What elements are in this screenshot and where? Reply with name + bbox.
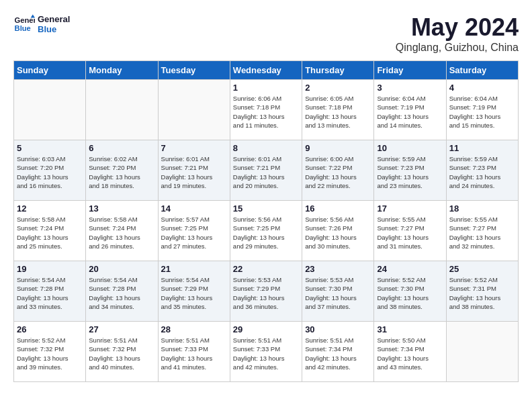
cell-info: Sunrise: 5:52 AM Sunset: 7:31 PM Dayligh… [449,275,515,311]
cell-info: Sunrise: 6:02 AM Sunset: 7:20 PM Dayligh… [89,154,154,190]
day-header-saturday: Saturday [446,61,518,80]
calendar-cell: 24Sunrise: 5:52 AM Sunset: 7:30 PM Dayli… [374,261,446,322]
page-header: General Blue General Blue May 2024 Qingl… [13,13,519,54]
cell-info: Sunrise: 5:59 AM Sunset: 7:23 PM Dayligh… [377,154,443,190]
calendar-cell: 10Sunrise: 5:59 AM Sunset: 7:23 PM Dayli… [374,140,446,201]
cell-date: 28 [161,324,227,334]
cell-date: 31 [377,324,443,334]
cell-date: 27 [89,324,154,334]
cell-date: 30 [305,324,371,334]
cell-info: Sunrise: 5:57 AM Sunset: 7:25 PM Dayligh… [161,215,227,250]
calendar-cell: 7Sunrise: 6:01 AM Sunset: 7:21 PM Daylig… [158,140,230,201]
cell-date: 4 [449,83,515,93]
calendar-cell: 21Sunrise: 5:54 AM Sunset: 7:29 PM Dayli… [158,261,230,322]
cell-date: 5 [17,143,83,153]
cell-info: Sunrise: 5:58 AM Sunset: 7:24 PM Dayligh… [89,215,154,250]
calendar-cell: 26Sunrise: 5:52 AM Sunset: 7:32 PM Dayli… [14,322,86,382]
calendar-cell [86,80,158,140]
calendar-cell: 4Sunrise: 6:04 AM Sunset: 7:19 PM Daylig… [446,80,518,140]
cell-info: Sunrise: 5:54 AM Sunset: 7:28 PM Dayligh… [17,275,83,311]
cell-info: Sunrise: 5:56 AM Sunset: 7:25 PM Dayligh… [233,215,299,250]
calendar-cell: 15Sunrise: 5:56 AM Sunset: 7:25 PM Dayli… [230,201,302,261]
cell-date: 3 [377,83,443,93]
svg-text:Blue: Blue [15,24,31,32]
calendar-cell: 20Sunrise: 5:54 AM Sunset: 7:28 PM Dayli… [86,261,158,322]
cell-date: 9 [305,143,371,153]
cell-info: Sunrise: 6:01 AM Sunset: 7:21 PM Dayligh… [233,154,299,190]
cell-info: Sunrise: 6:00 AM Sunset: 7:22 PM Dayligh… [305,154,371,190]
calendar-cell [446,322,518,382]
cell-info: Sunrise: 5:58 AM Sunset: 7:24 PM Dayligh… [17,215,83,250]
cell-date: 25 [449,264,515,274]
calendar-cell: 2Sunrise: 6:05 AM Sunset: 7:18 PM Daylig… [302,80,374,140]
cell-info: Sunrise: 6:04 AM Sunset: 7:19 PM Dayligh… [377,94,443,130]
calendar-cell: 11Sunrise: 5:59 AM Sunset: 7:23 PM Dayli… [446,140,518,201]
calendar-cell: 19Sunrise: 5:54 AM Sunset: 7:28 PM Dayli… [14,261,86,322]
cell-info: Sunrise: 5:54 AM Sunset: 7:29 PM Dayligh… [161,275,227,311]
cell-date: 16 [305,203,371,214]
cell-date: 1 [233,83,299,93]
cell-date: 23 [305,264,371,274]
cell-date: 12 [17,203,83,214]
calendar-cell: 13Sunrise: 5:58 AM Sunset: 7:24 PM Dayli… [86,201,158,261]
month-title: May 2024 [396,13,519,42]
cell-date: 6 [89,143,154,153]
logo: General Blue General Blue [13,13,70,35]
day-header-tuesday: Tuesday [158,61,230,80]
day-header-wednesday: Wednesday [230,61,302,80]
calendar-cell: 30Sunrise: 5:51 AM Sunset: 7:34 PM Dayli… [302,322,374,382]
cell-date: 18 [449,203,515,214]
day-header-thursday: Thursday [302,61,374,80]
calendar-cell: 18Sunrise: 5:55 AM Sunset: 7:27 PM Dayli… [446,201,518,261]
cell-date: 24 [377,264,443,274]
cell-date: 14 [161,203,227,214]
calendar-cell: 14Sunrise: 5:57 AM Sunset: 7:25 PM Dayli… [158,201,230,261]
cell-date: 7 [161,143,227,153]
cell-info: Sunrise: 5:51 AM Sunset: 7:32 PM Dayligh… [89,336,154,371]
cell-info: Sunrise: 5:53 AM Sunset: 7:30 PM Dayligh… [305,275,371,311]
cell-date: 29 [233,324,299,334]
calendar-cell: 16Sunrise: 5:56 AM Sunset: 7:26 PM Dayli… [302,201,374,261]
cell-date: 26 [17,324,83,334]
calendar-cell: 8Sunrise: 6:01 AM Sunset: 7:21 PM Daylig… [230,140,302,201]
cell-info: Sunrise: 5:51 AM Sunset: 7:34 PM Dayligh… [305,336,371,371]
title-section: May 2024 Qinglang, Guizhou, China [396,13,519,54]
cell-info: Sunrise: 6:04 AM Sunset: 7:19 PM Dayligh… [449,94,515,130]
cell-date: 2 [305,83,371,93]
calendar-cell: 9Sunrise: 6:00 AM Sunset: 7:22 PM Daylig… [302,140,374,201]
calendar-cell [158,80,230,140]
cell-date: 21 [161,264,227,274]
calendar-cell: 29Sunrise: 5:51 AM Sunset: 7:33 PM Dayli… [230,322,302,382]
calendar-cell: 5Sunrise: 6:03 AM Sunset: 7:20 PM Daylig… [14,140,86,201]
cell-date: 15 [233,203,299,214]
cell-info: Sunrise: 5:52 AM Sunset: 7:32 PM Dayligh… [17,336,83,371]
cell-info: Sunrise: 6:03 AM Sunset: 7:20 PM Dayligh… [17,154,83,190]
calendar-cell [14,80,86,140]
calendar-cell: 12Sunrise: 5:58 AM Sunset: 7:24 PM Dayli… [14,201,86,261]
cell-info: Sunrise: 5:53 AM Sunset: 7:29 PM Dayligh… [233,275,299,311]
calendar-cell: 28Sunrise: 5:51 AM Sunset: 7:33 PM Dayli… [158,322,230,382]
cell-info: Sunrise: 5:51 AM Sunset: 7:33 PM Dayligh… [233,336,299,371]
cell-info: Sunrise: 5:50 AM Sunset: 7:34 PM Dayligh… [377,336,443,371]
cell-date: 10 [377,143,443,153]
cell-info: Sunrise: 5:55 AM Sunset: 7:27 PM Dayligh… [377,215,443,250]
day-header-friday: Friday [374,61,446,80]
cell-date: 8 [233,143,299,153]
day-header-monday: Monday [86,61,158,80]
calendar-cell: 27Sunrise: 5:51 AM Sunset: 7:32 PM Dayli… [86,322,158,382]
cell-info: Sunrise: 6:06 AM Sunset: 7:18 PM Dayligh… [233,94,299,130]
calendar-cell: 22Sunrise: 5:53 AM Sunset: 7:29 PM Dayli… [230,261,302,322]
cell-info: Sunrise: 5:56 AM Sunset: 7:26 PM Dayligh… [305,215,371,250]
cell-date: 11 [449,143,515,153]
calendar-cell: 3Sunrise: 6:04 AM Sunset: 7:19 PM Daylig… [374,80,446,140]
calendar-cell: 25Sunrise: 5:52 AM Sunset: 7:31 PM Dayli… [446,261,518,322]
cell-info: Sunrise: 5:52 AM Sunset: 7:30 PM Dayligh… [377,275,443,311]
cell-info: Sunrise: 5:54 AM Sunset: 7:28 PM Dayligh… [89,275,154,311]
cell-date: 22 [233,264,299,274]
cell-info: Sunrise: 6:05 AM Sunset: 7:18 PM Dayligh… [305,94,371,130]
calendar-cell: 17Sunrise: 5:55 AM Sunset: 7:27 PM Dayli… [374,201,446,261]
cell-date: 13 [89,203,154,214]
cell-date: 19 [17,264,83,274]
cell-date: 20 [89,264,154,274]
logo-blue-text: Blue [38,24,70,34]
